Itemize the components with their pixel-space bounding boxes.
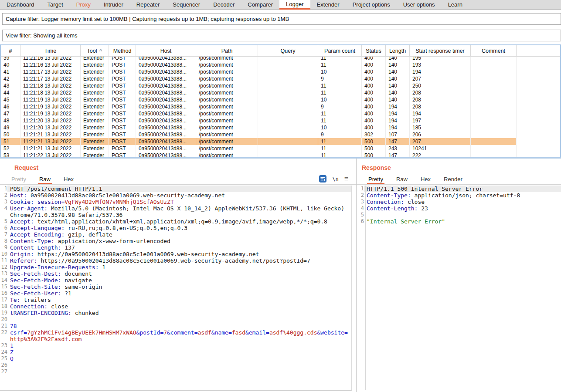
column-header-length[interactable]: Length	[386, 45, 410, 56]
cell-method: POST	[109, 89, 136, 96]
menu-tab-repeater[interactable]: Repeater	[130, 0, 166, 9]
editor-line: 231	[0, 342, 351, 349]
line-content: Content-Length: 23	[364, 205, 561, 212]
menu-tab-user-options[interactable]: User options	[397, 0, 442, 9]
cell-host: 0a9500020413d88...	[136, 103, 196, 110]
cell-time: 11:21:19 13 Jul 2022	[20, 96, 81, 103]
table-row[interactable]: 5011:21:21 13 Jul 2022ExtenderPOST0a9500…	[1, 131, 517, 138]
menu-tab-learn[interactable]: Learn	[442, 0, 469, 9]
cell-start-response-timer: 10241	[410, 145, 471, 152]
line-number: 9	[0, 244, 7, 251]
table-row[interactable]: 5311:21:22 13 Jul 2022ExtenderPOST0a9500…	[1, 152, 517, 157]
request-tab-raw[interactable]: Raw	[38, 176, 52, 184]
table-row[interactable]: 3911:21:16 13 Jul 2022ExtenderPOST0a9500…	[1, 57, 517, 61]
column-header-query[interactable]: Query	[258, 45, 318, 56]
cell-num: 48	[1, 117, 20, 124]
capture-filter-bar[interactable]: Capture filter: Logger memory limit set …	[2, 13, 561, 25]
table-row[interactable]: 4511:21:19 13 Jul 2022ExtenderPOST0a9500…	[1, 96, 517, 103]
view-filter-bar[interactable]: View filter: Showing all items	[2, 30, 561, 41]
column-header-host[interactable]: Host	[136, 45, 196, 56]
line-number: 24	[0, 349, 7, 355]
cell-start-response-timer: 185	[410, 124, 471, 131]
response-tab-hex[interactable]: Hex	[419, 176, 432, 184]
cell-path: /post/comment	[196, 138, 258, 145]
wrap-format-icon[interactable]	[319, 175, 326, 182]
menu-tab-project-options[interactable]: Project options	[346, 0, 397, 9]
table-row[interactable]: 4411:21:18 13 Jul 2022ExtenderPOST0a9500…	[1, 89, 517, 96]
cell-num: 41	[1, 68, 20, 75]
table-row[interactable]: 5211:21:21 13 Jul 2022ExtenderPOST0a9500…	[1, 145, 517, 152]
column-header-status[interactable]: Status	[362, 45, 386, 56]
menu-tab-target[interactable]: Target	[41, 0, 70, 9]
line-number: 22	[0, 329, 7, 336]
cell-comment	[471, 117, 517, 124]
editor-line: 9Content-Length: 137	[0, 244, 351, 251]
column-header-time[interactable]: Time	[20, 45, 81, 56]
request-tab-pretty[interactable]: Pretty	[10, 176, 27, 184]
cell-comment	[471, 75, 517, 82]
menu-tab-comparer[interactable]: Comparer	[241, 0, 279, 9]
message-editors: Request PrettyRawHex \n≡ 1POST /post/com…	[0, 158, 561, 392]
column-header-param-count[interactable]: Param count	[318, 45, 362, 56]
response-tab-pretty[interactable]: Pretty	[367, 176, 384, 184]
cell-query	[258, 61, 318, 68]
menu-tab-sequencer[interactable]: Sequencer	[166, 0, 207, 9]
cell-host: 0a9500020413d88...	[136, 61, 196, 68]
cell-status: 400	[362, 110, 386, 117]
cell-path: /post/comment	[196, 117, 258, 124]
menu-tab-proxy[interactable]: Proxy	[70, 0, 97, 9]
menu-icon[interactable]: ≡	[344, 175, 348, 182]
editor-line: 22csrf=7gYzhMCiFvi4gBEyUEEk7HmHSHM7xWAO&…	[0, 329, 351, 336]
line-number: 19	[0, 310, 7, 316]
editor-line: 13Sec-Fetch-Dest: document	[0, 270, 351, 277]
cell-host: 0a9500020413d88...	[136, 82, 196, 89]
table-row[interactable]: 4711:21:19 13 Jul 2022ExtenderPOST0a9500…	[1, 110, 517, 117]
menu-tab-logger[interactable]: Logger	[279, 0, 310, 10]
cell-host: 0a9500020413d88...	[136, 124, 196, 131]
line-number: 25	[0, 355, 7, 362]
cell-num: 45	[1, 96, 20, 103]
newline-icon[interactable]: \n	[332, 175, 338, 182]
editor-line: 16Sec-Fetch-User: ?1	[0, 290, 351, 297]
table-row[interactable]: 4011:21:16 13 Jul 2022ExtenderPOST0a9500…	[1, 61, 517, 68]
cell-length: 243	[386, 145, 410, 152]
line-content: Sec-Fetch-Mode: navigate	[7, 277, 351, 284]
cell-path: /post/comment	[196, 96, 258, 103]
column-header-start-response-timer[interactable]: Start response timer	[410, 45, 471, 56]
line-number: 5	[0, 218, 7, 225]
menu-tab-extender[interactable]: Extender	[310, 0, 346, 9]
line-content: Origin: https://0a9500020413d88ac08c5c1e…	[7, 251, 351, 257]
request-editor[interactable]: 1POST /post/comment HTTP/1.12Host: 0a950…	[0, 186, 352, 391]
editor-line: 1POST /post/comment HTTP/1.1	[0, 186, 351, 192]
line-content: Upgrade-Insecure-Requests: 1	[7, 264, 351, 270]
cell-tool: Extender	[81, 138, 109, 145]
table-row[interactable]: 4611:21:19 13 Jul 2022ExtenderPOST0a9500…	[1, 103, 517, 110]
cell-status: 400	[362, 68, 386, 75]
table-row[interactable]: 4911:21:20 13 Jul 2022ExtenderPOST0a9500…	[1, 124, 517, 131]
response-editor[interactable]: 1HTTP/1.1 500 Internal Server Error2Cont…	[357, 186, 561, 390]
table-row[interactable]: 4811:21:20 13 Jul 2022ExtenderPOST0a9500…	[1, 117, 517, 124]
line-number: 6	[0, 225, 7, 231]
column-header-method[interactable]: Method	[109, 45, 136, 56]
column-header-path[interactable]: Path	[196, 45, 258, 56]
cell-query	[258, 117, 318, 124]
line-number: 7	[0, 231, 7, 238]
request-tab-hex[interactable]: Hex	[62, 176, 75, 184]
menu-tab-intruder[interactable]: Intruder	[97, 0, 130, 9]
column-header-tool[interactable]: Tool^	[81, 45, 109, 56]
menu-tab-dashboard[interactable]: Dashboard	[0, 0, 41, 9]
table-row[interactable]: 4111:21:17 13 Jul 2022ExtenderPOST0a9500…	[1, 68, 517, 75]
cell-comment	[471, 68, 517, 75]
table-row[interactable]: 4311:21:18 13 Jul 2022ExtenderPOST0a9500…	[1, 82, 517, 89]
editor-line: 25Q	[0, 355, 351, 362]
editor-line: 3Cookie: session=VgFWy4D2vMfON7vMNMhjQ1S…	[0, 199, 351, 205]
table-row[interactable]: 4211:21:17 13 Jul 2022ExtenderPOST0a9500…	[1, 75, 517, 82]
menu-tab-decoder[interactable]: Decoder	[207, 0, 241, 9]
response-tab-raw[interactable]: Raw	[395, 176, 409, 184]
editor-line: 15Sec-Fetch-Site: same-origin	[0, 284, 351, 290]
column-header-comment[interactable]: Comment	[471, 45, 517, 56]
response-tab-render[interactable]: Render	[442, 176, 464, 184]
column-header-num[interactable]: #	[1, 45, 20, 56]
editor-line: 18Connection: close	[0, 303, 351, 310]
table-row[interactable]: 5111:21:21 13 Jul 2022ExtenderPOST0a9500…	[1, 138, 517, 145]
